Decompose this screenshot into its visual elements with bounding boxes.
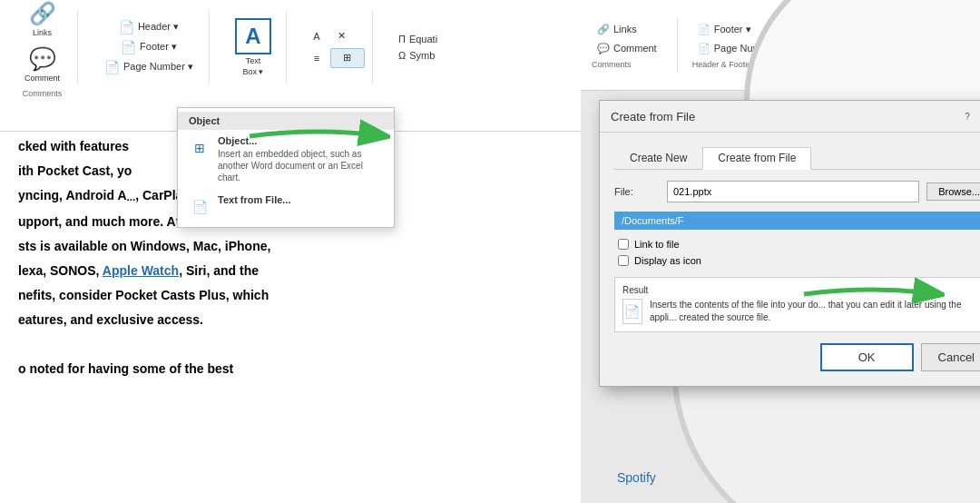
right-comment-label: Comment — [613, 43, 657, 54]
right-footer-icon: 📄 — [698, 24, 710, 35]
link-to-file-label: Link to file — [634, 239, 680, 250]
links-button[interactable]: 🔗 Links — [20, 0, 65, 42]
equation-label: Equati — [409, 34, 437, 44]
dialog-footer: OK Cancel — [614, 343, 980, 371]
header-icon: 📄 — [119, 20, 134, 35]
footer-label: Footer ▾ — [140, 41, 177, 53]
symbol-button[interactable]: Ω Symb — [393, 48, 443, 63]
right-links-button[interactable]: 🔗 Links — [592, 22, 662, 37]
dialog-controls: ? ✕ — [959, 108, 980, 124]
format-group: A ✕ ≡ ⊞ — [298, 11, 373, 84]
link-to-file-input[interactable] — [618, 239, 629, 250]
footer-button[interactable]: 📄 Footer ▾ — [114, 37, 183, 57]
pi-icon: Π — [398, 34, 406, 44]
right-footer-label: Footer ▾ — [714, 24, 751, 35]
dialog-tabs: Create New Create from File — [614, 147, 980, 170]
dialog-title: Create from File — [611, 110, 959, 123]
align-left-button[interactable]: ≡ — [305, 48, 328, 68]
dialog-checkboxes: Link to file Display as icon — [618, 239, 980, 266]
file-field: File: Browse... — [614, 181, 980, 202]
display-as-icon-label: Display as icon — [634, 255, 701, 266]
browse-button[interactable]: Browse... — [926, 182, 980, 201]
right-comments-label: Comments — [592, 60, 662, 69]
header-button[interactable]: 📄 Header ▾ — [113, 17, 185, 37]
ok-button[interactable]: OK — [820, 343, 914, 371]
dialog-titlebar: Create from File ? ✕ — [600, 101, 980, 133]
links-group: 🔗 Links 💬 Comment Comments — [7, 11, 78, 84]
cancel-button[interactable]: Cancel — [921, 343, 980, 371]
object-icon: ⊞ — [189, 137, 211, 159]
left-panel: 🔗 Links 💬 Comment Comments 📄 Header ▾ — [0, 0, 581, 503]
text-from-file-icon: 📄 — [189, 196, 211, 218]
right-page-number-icon: 📄 — [698, 43, 710, 54]
insert-frame-button[interactable]: ⊞ — [330, 48, 365, 68]
right-comment-icon: 💬 — [597, 43, 610, 54]
header-footer-group: 📄 Header ▾ 📄 Footer ▾ 📄 Page Number ▾ — [89, 11, 210, 84]
file-label: File: — [614, 186, 660, 197]
text-from-file-title: Text from File... — [218, 194, 383, 205]
right-panel: 🔗 Links 💬 Comment Comments 📄 Footer ▾ 📄 … — [581, 0, 980, 503]
doc-line-5: sts is available on Windows, Mac, iPhone… — [18, 237, 563, 256]
equation-button[interactable]: Π Equati — [393, 32, 443, 46]
symbol-label: Symb — [409, 50, 435, 61]
dialog-help-button[interactable]: ? — [959, 108, 975, 124]
textbox-icon: A — [235, 18, 271, 54]
dropdown-item-text-content: Text from File... — [218, 194, 383, 205]
header-label: Header ▾ — [138, 21, 179, 33]
dropdown-item-text-from-file[interactable]: 📄 Text from File... — [178, 189, 394, 223]
green-arrow-right — [799, 278, 945, 310]
font-color-button[interactable]: A — [305, 26, 328, 46]
comment-icon: 💬 — [29, 46, 56, 72]
spotify-link[interactable]: Spotify — [617, 470, 656, 485]
links-label: Links — [33, 28, 52, 37]
doc-line-6: lexa, SONOS, Apple Watch, Siri, and the — [18, 261, 563, 281]
footer-icon: 📄 — [121, 40, 136, 54]
right-links-icon: 🔗 — [597, 24, 610, 35]
create-from-file-dialog: Create from File ? ✕ Create New Create f… — [599, 100, 980, 387]
tab-create-new[interactable]: Create New — [614, 147, 702, 169]
result-icon: 📄 — [622, 299, 642, 324]
comments-group-label: Comments — [23, 89, 63, 98]
display-as-icon-input[interactable] — [618, 255, 629, 266]
equations-group: Π Equati Ω Symb — [384, 11, 452, 84]
omega-icon: Ω — [398, 50, 406, 61]
dialog-body: Create New Create from File File: Browse… — [600, 133, 980, 386]
right-comment-button[interactable]: 💬 Comment — [592, 41, 662, 56]
doc-line-9 — [18, 335, 563, 354]
page-number-button[interactable]: 📄 Page Number ▾ — [98, 57, 200, 77]
page-number-icon: 📄 — [104, 60, 120, 74]
file-input[interactable] — [667, 181, 919, 202]
clear-format-button[interactable]: ✕ — [330, 26, 354, 46]
comment-button[interactable]: 💬 Comment — [16, 42, 68, 87]
right-links-label: Links — [613, 24, 637, 35]
path-bar: /Documents/F — [614, 212, 980, 230]
textbox-button[interactable]: A Text Box ▾ — [231, 15, 275, 80]
page-number-label: Page Number ▾ — [123, 61, 193, 73]
ribbon-separator — [677, 18, 678, 73]
links-icon: 🔗 — [29, 1, 56, 26]
textbox-label: Text — [246, 56, 261, 65]
link-to-file-checkbox[interactable]: Link to file — [618, 239, 980, 250]
tab-create-from-file[interactable]: Create from File — [702, 147, 811, 170]
display-as-icon-checkbox[interactable]: Display as icon — [618, 255, 980, 266]
right-ribbon-group1: 🔗 Links 💬 Comment Comments — [592, 22, 662, 69]
textbox-group: A Text Box ▾ — [220, 11, 287, 84]
doc-line-7: nefits, consider Pocket Casts Plus, whic… — [18, 286, 563, 305]
comment-label: Comment — [24, 74, 60, 83]
doc-line-10: o noted for having some of the best — [18, 360, 563, 379]
doc-line-8: eatures, and exclusive access. — [18, 311, 563, 330]
green-arrow-left — [245, 118, 390, 154]
